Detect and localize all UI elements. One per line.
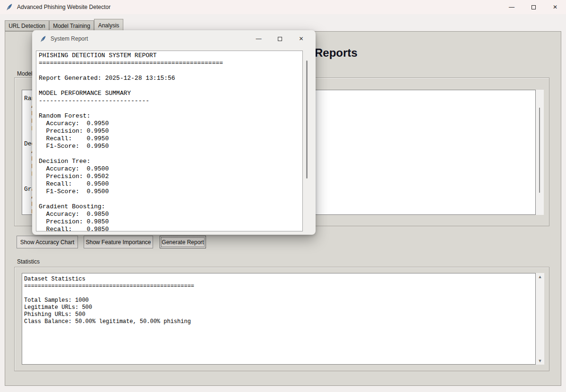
window-title: Advanced Phishing Website Detector [17, 4, 111, 10]
system-report-dialog: System Report — ✕ PHISHING DETECTION SYS… [32, 30, 316, 235]
generate-report-button[interactable]: Generate Report [160, 236, 206, 248]
dialog-scrollbar-thumb[interactable] [306, 60, 308, 179]
minimize-icon[interactable]: — [501, 0, 523, 14]
dialog-maximize-icon[interactable] [269, 30, 291, 47]
scrollbar-thumb[interactable] [539, 108, 540, 193]
show-accuracy-chart-button[interactable]: Show Accuracy Chart [17, 236, 78, 248]
python-feather-icon [6, 4, 13, 10]
tab-label: Analysis [98, 22, 120, 29]
main-titlebar: Advanced Phishing Website Detector — ✕ [0, 0, 566, 14]
tab-model-training[interactable]: Model Training [49, 20, 94, 31]
statistics-label: Statistics [17, 258, 40, 265]
dialog-close-icon[interactable]: ✕ [291, 30, 312, 47]
scroll-down-icon[interactable]: ▼ [536, 357, 544, 365]
statistics-scrollbar[interactable]: ▲ ▼ [536, 273, 544, 365]
tab-label: Model Training [53, 23, 90, 29]
tab-url-detection[interactable]: URL Detection [5, 20, 49, 31]
report-textarea[interactable]: PHISHING DETECTION SYSTEM REPORT =======… [36, 51, 303, 231]
scroll-up-icon[interactable]: ▲ [536, 273, 544, 281]
python-feather-icon [40, 36, 46, 42]
dialog-titlebar: System Report — ✕ [32, 30, 316, 47]
maximize-icon[interactable] [523, 0, 544, 14]
close-icon[interactable]: ✕ [544, 0, 566, 14]
dialog-minimize-icon[interactable]: — [248, 30, 269, 47]
report-text: PHISHING DETECTION SYSTEM REPORT =======… [36, 51, 302, 231]
statistics-text: Dataset Statistics =====================… [22, 273, 535, 325]
application-window: Advanced Phishing Website Detector — ✕ U… [0, 0, 566, 392]
statistics-textarea[interactable]: Dataset Statistics =====================… [22, 273, 536, 365]
tab-analysis[interactable]: Analysis [94, 19, 123, 32]
show-feature-importance-button[interactable]: Show Feature Importance [84, 236, 153, 248]
dialog-title: System Report [51, 35, 88, 42]
tab-label: URL Detection [9, 23, 45, 29]
model-comparison-scrollbar[interactable] [536, 90, 544, 215]
page-title: Reports [315, 46, 358, 60]
